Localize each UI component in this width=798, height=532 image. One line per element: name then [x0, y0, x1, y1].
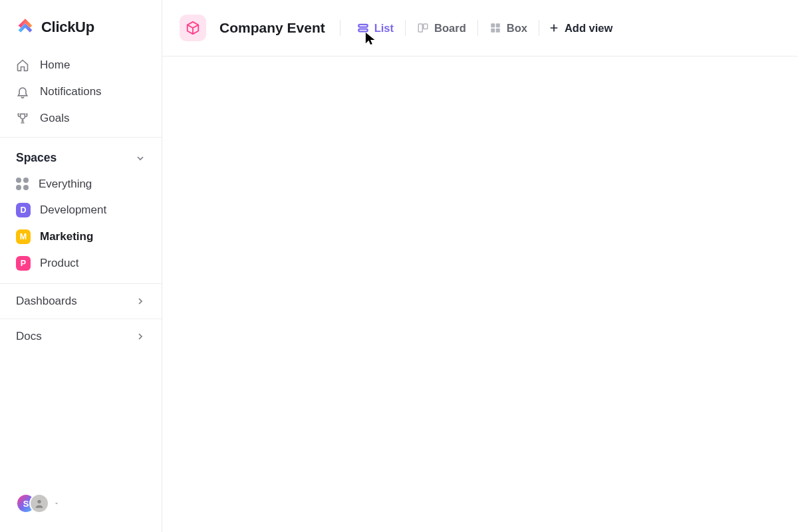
spaces-section: Spaces Everything D Development M Market… — [0, 137, 162, 283]
view-label: Board — [434, 22, 466, 35]
spaces-header[interactable]: Spaces — [0, 147, 162, 172]
space-label: Marketing — [40, 230, 93, 243]
page-title: Company Event — [219, 20, 325, 36]
sidebar-item-everything[interactable]: Everything — [0, 172, 162, 197]
brand-name: ClickUp — [41, 19, 94, 36]
main: Company Event List Board Box — [162, 0, 798, 532]
view-tabs: List Board Box Add view — [346, 18, 622, 39]
sidebar-item-product[interactable]: P Product — [0, 250, 162, 277]
person-icon — [34, 498, 45, 509]
nav-notifications[interactable]: Notifications — [5, 78, 156, 105]
sidebar-item-dashboards[interactable]: Dashboards — [0, 283, 162, 319]
item-label: Dashboards — [16, 295, 77, 308]
sidebar-item-development[interactable]: D Development — [0, 197, 162, 223]
svg-rect-5 — [491, 23, 495, 27]
clickup-logo-icon — [16, 19, 35, 36]
svg-rect-3 — [418, 24, 422, 32]
view-label: List — [374, 22, 394, 35]
svg-rect-8 — [495, 29, 499, 33]
view-tab-list[interactable]: List — [346, 18, 405, 39]
chevron-right-icon — [135, 296, 146, 307]
list-icon — [357, 22, 369, 34]
svg-rect-2 — [358, 29, 368, 32]
primary-nav: Home Notifications Goals — [0, 52, 162, 137]
brand-logo[interactable]: ClickUp — [0, 0, 162, 52]
svg-rect-7 — [491, 29, 495, 33]
svg-rect-1 — [358, 25, 368, 27]
sidebar-item-docs[interactable]: Docs — [0, 319, 162, 354]
space-badge-icon: D — [16, 203, 31, 217]
trophy-icon — [16, 112, 29, 125]
sidebar-item-marketing[interactable]: M Marketing — [0, 223, 162, 250]
grid-dots-icon — [16, 178, 29, 191]
bell-icon — [16, 85, 29, 98]
space-label: Product — [40, 257, 79, 270]
chevron-right-icon — [135, 331, 146, 342]
add-view-label: Add view — [565, 22, 612, 35]
chevron-down-icon — [135, 153, 146, 164]
space-label: Development — [40, 203, 106, 217]
nav-label: Goals — [40, 112, 69, 125]
caret-down-icon — [53, 500, 60, 507]
board-icon — [417, 22, 429, 34]
item-label: Docs — [16, 330, 42, 343]
nav-label: Notifications — [40, 85, 102, 98]
page-icon[interactable] — [180, 15, 206, 41]
topbar: Company Event List Board Box — [162, 0, 798, 56]
svg-rect-6 — [495, 23, 499, 27]
avatar — [29, 493, 49, 513]
svg-rect-4 — [424, 24, 428, 29]
home-icon — [16, 59, 29, 72]
space-badge-icon: M — [16, 229, 31, 244]
space-label: Everything — [39, 178, 92, 191]
user-avatars[interactable]: S — [0, 493, 162, 532]
nav-label: Home — [40, 59, 70, 72]
content-area — [162, 56, 798, 532]
nav-goals[interactable]: Goals — [5, 105, 156, 132]
divider — [340, 20, 340, 36]
plus-icon — [549, 23, 559, 33]
view-tab-box[interactable]: Box — [478, 18, 539, 39]
nav-home[interactable]: Home — [5, 52, 156, 78]
svg-point-0 — [37, 500, 41, 503]
sidebar: ClickUp Home Notifications Goals Spaces — [0, 0, 162, 532]
space-badge-icon: P — [16, 256, 31, 271]
section-title: Spaces — [16, 151, 57, 165]
box-icon — [489, 22, 501, 34]
add-view-button[interactable]: Add view — [539, 18, 622, 39]
view-label: Box — [507, 22, 527, 35]
view-tab-board[interactable]: Board — [406, 18, 477, 39]
cube-icon — [186, 21, 200, 35]
